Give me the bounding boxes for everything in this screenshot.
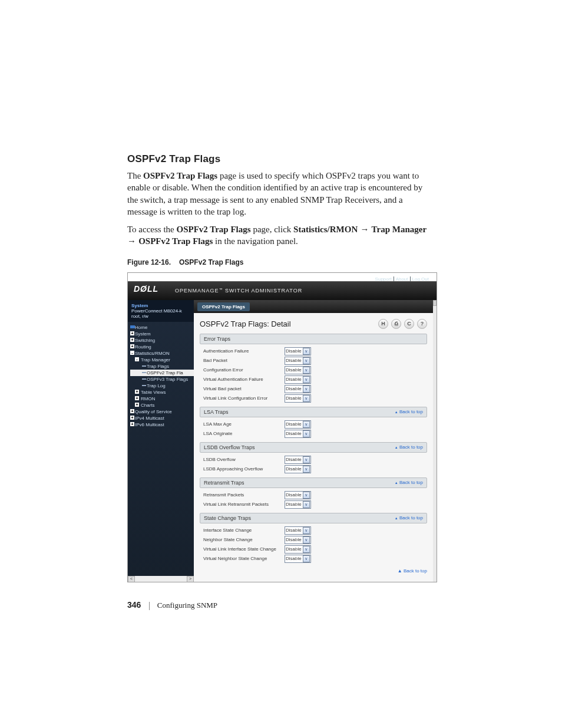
tree-label: Statistics/RMON [135, 351, 170, 356]
back-to-top-link[interactable]: ▲ Back to top [395, 515, 423, 521]
setting-select[interactable]: Disablev [285, 347, 311, 355]
setting-select[interactable]: Disablev [285, 375, 311, 384]
chevron-down-icon[interactable]: v [303, 395, 310, 402]
chevron-down-icon[interactable]: v [303, 527, 310, 534]
term: OSPFv2 Trap Flags [177, 225, 251, 234]
setting-select[interactable]: Disablev [285, 366, 311, 374]
chevron-down-icon[interactable]: v [303, 456, 310, 463]
chevron-down-icon[interactable]: v [303, 492, 310, 499]
screenshot-figure: SupportAboutLog Out DØLL OPENMANAGE™ SWI… [127, 272, 437, 582]
select-value: Disable [286, 348, 302, 354]
breadcrumb[interactable]: OSPFv2 Trap Flags [197, 302, 250, 311]
help-icon[interactable]: ? [417, 319, 427, 329]
chevron-down-icon[interactable]: v [303, 546, 310, 553]
expand-icon[interactable]: + [130, 409, 134, 413]
tree-label: Trap Manager [141, 357, 170, 363]
arrow-icon: → [127, 236, 138, 246]
collapse-icon[interactable]: - [130, 351, 134, 355]
tree-node[interactable]: +Quality of Service [130, 409, 194, 415]
setting-label: LSDB Overflow [200, 457, 285, 462]
tree-node[interactable]: OSPFv2 Trap Fla [130, 370, 194, 376]
expand-icon[interactable]: + [130, 338, 134, 342]
chevron-down-icon[interactable]: v [303, 536, 310, 543]
chapter-title: Configuring SNMP [157, 601, 217, 610]
expand-icon[interactable]: + [135, 390, 139, 394]
paragraph-1: The OSPFv2 Trap Flags page is used to sp… [127, 170, 432, 218]
save-icon[interactable]: H [378, 319, 388, 329]
scroll-right-icon[interactable]: > [187, 576, 194, 582]
back-to-top-link[interactable]: ▲ Back to top [395, 409, 423, 414]
refresh-icon[interactable]: C [404, 319, 414, 329]
setting-select[interactable]: Disablev [285, 465, 311, 473]
select-value: Disable [286, 546, 302, 552]
expand-icon[interactable]: + [135, 403, 139, 407]
main-panel: OSPFv2 Trap Flags OSPFv2 Trap Flags: Det… [194, 300, 433, 582]
chevron-down-icon[interactable]: v [303, 386, 310, 393]
chevron-down-icon[interactable]: v [303, 367, 310, 374]
setting-row: LSA Max AgeDisablev [200, 420, 427, 429]
tree-node[interactable]: Trap Flags [130, 363, 194, 370]
collapse-icon[interactable]: - [135, 357, 139, 361]
setting-select[interactable]: Disablev [285, 491, 311, 499]
chevron-down-icon[interactable]: v [303, 357, 310, 364]
chevron-down-icon[interactable]: v [303, 430, 310, 437]
tree-label: RMON [141, 396, 155, 401]
tree-node[interactable]: +System [130, 331, 194, 337]
tree-node[interactable]: -Statistics/RMON [130, 350, 194, 357]
chevron-down-icon[interactable]: v [303, 421, 310, 428]
select-value: Disable [286, 377, 302, 382]
setting-select[interactable]: Disablev [285, 536, 311, 544]
sidebar-header: System PowerConnect M8024-k root, r/w [128, 300, 194, 322]
tree-label: Trap Flags [147, 364, 169, 369]
scroll-up-icon[interactable] [433, 300, 437, 306]
setting-select[interactable]: Disablev [285, 555, 311, 563]
chevron-down-icon[interactable]: v [303, 466, 310, 473]
tree-node[interactable]: +Charts [130, 402, 194, 409]
scroll-left-icon[interactable]: < [128, 576, 135, 582]
setting-row: LSDB OverflowDisablev [200, 455, 427, 465]
setting-row: Retransmit PacketsDisablev [200, 490, 427, 500]
chevron-down-icon[interactable]: v [303, 501, 310, 508]
expand-icon[interactable]: + [130, 422, 134, 426]
setting-select[interactable]: Disablev [285, 430, 311, 438]
sidebar-hscroll[interactable]: < > [128, 576, 194, 582]
leaf-icon [142, 378, 146, 380]
setting-select[interactable]: Disablev [285, 526, 311, 535]
expand-icon[interactable]: + [130, 344, 134, 348]
tree-node[interactable]: +RMON [130, 396, 194, 402]
tree-node[interactable]: -Trap Manager [130, 357, 194, 363]
setting-select[interactable]: Disablev [285, 500, 311, 509]
setting-row: Interface State ChangeDisablev [200, 526, 427, 535]
tree-label: Charts [141, 403, 155, 408]
tree-node[interactable]: +IPv4 Multicast [130, 415, 194, 421]
vertical-scrollbar[interactable] [433, 300, 437, 582]
setting-select[interactable]: Disablev [285, 420, 311, 429]
tree-node[interactable]: +IPv6 Multicast [130, 421, 194, 428]
tree-node[interactable]: OSPFv3 Trap Flags [130, 376, 194, 383]
back-to-top-link[interactable]: ▲ Back to top [194, 567, 433, 575]
text: The [127, 171, 143, 180]
tree-node[interactable]: +Routing [130, 344, 194, 350]
back-to-top-link[interactable]: ▲ Back to top [395, 480, 423, 485]
tree-node[interactable]: Trap Log [130, 383, 194, 389]
setting-select[interactable]: Disablev [285, 545, 311, 554]
chevron-down-icon[interactable]: v [303, 348, 310, 355]
back-to-top-link[interactable]: ▲ Back to top [395, 444, 423, 450]
section-title: State Change Traps [204, 515, 251, 521]
tree-node[interactable]: Home [130, 324, 194, 331]
setting-select[interactable]: Disablev [285, 394, 311, 403]
print-icon[interactable]: ⎙ [391, 319, 401, 329]
setting-select[interactable]: Disablev [285, 357, 311, 365]
expand-icon[interactable]: + [135, 396, 139, 400]
expand-icon[interactable]: + [130, 416, 134, 420]
select-value: Disable [286, 528, 302, 533]
expand-icon[interactable]: + [130, 331, 134, 335]
setting-label: Interface State Change [200, 528, 285, 533]
tree-node[interactable]: +Table Views [130, 389, 194, 396]
chevron-down-icon[interactable]: v [303, 555, 310, 562]
setting-select[interactable]: Disablev [285, 385, 311, 393]
tree-node[interactable]: +Switching [130, 337, 194, 344]
sidebar-system-link[interactable]: System [131, 303, 190, 308]
chevron-down-icon[interactable]: v [303, 376, 310, 383]
setting-select[interactable]: Disablev [285, 456, 311, 464]
